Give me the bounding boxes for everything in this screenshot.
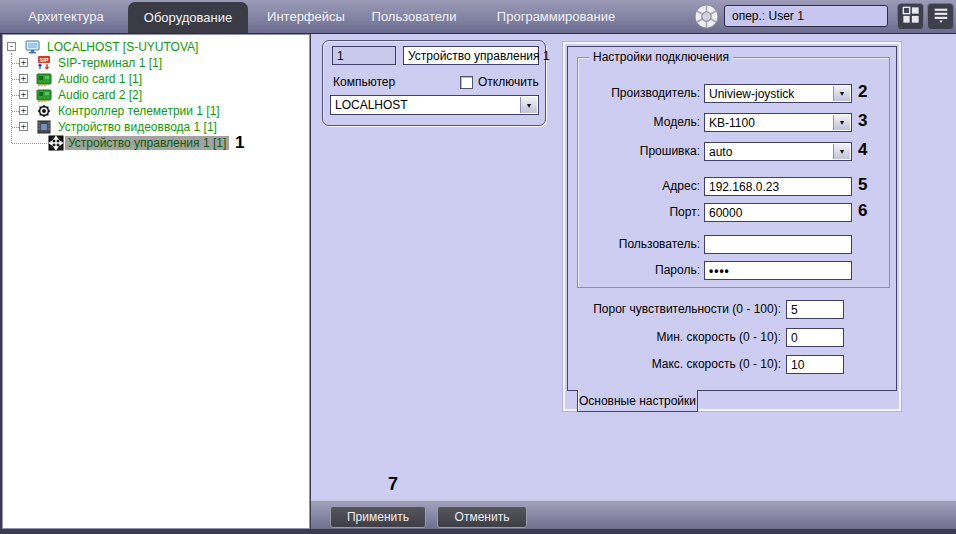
tree-connector (12, 79, 19, 80)
tree-expander[interactable]: + (19, 122, 28, 131)
object-id-value: 1 (337, 49, 344, 63)
tree-item-icon (25, 39, 41, 55)
tree-item-label[interactable]: Устройство видеоввода 1 [1] (55, 120, 220, 134)
operator-field[interactable]: опер.: User 1 (724, 5, 888, 27)
tree-item[interactable]: + Устройство видеоввода 1 [1] (3, 119, 309, 135)
connection-row: Адрес: 192.168.0.23 5 (578, 177, 889, 197)
field-value: auto (709, 145, 732, 159)
tree-item[interactable]: + Audio card 1 [1] (3, 71, 309, 87)
tree-connector (12, 63, 19, 64)
tree-connector (12, 95, 19, 96)
module-status-icon (694, 4, 719, 29)
field-value: 5 (791, 303, 798, 317)
topbar-tab[interactable]: Оборудование (128, 2, 248, 33)
field-label: Производитель: (578, 86, 700, 100)
topbar-tab[interactable]: Пользователи (352, 0, 476, 33)
annotation-number: 6 (858, 201, 867, 221)
tree-connector (12, 111, 19, 112)
topbar-tab[interactable]: Интерфейсы (252, 0, 360, 33)
layout-grid-icon (902, 6, 920, 28)
top-menu-bar: АрхитектураОборудованиеИнтерфейсыПользов… (0, 0, 956, 34)
tree-connector (12, 127, 19, 128)
object-name-value: Устройство управления 1 (408, 49, 550, 63)
field-input[interactable]: 10 (786, 355, 844, 374)
field-label: Порт: (578, 205, 700, 219)
dropdown-arrow-icon[interactable]: ▼ (833, 115, 850, 130)
window-bottom-edge (0, 529, 956, 534)
tree-item-icon (36, 71, 52, 87)
equipment-tree: - LOCALHOST [S-UYUTOVA] + SIP SIP-термин… (2, 34, 310, 529)
field-label: Модель: (578, 115, 700, 129)
tuning-fields: Порог чувствительности (0 - 100): 5 Мин.… (567, 290, 897, 390)
connection-row: Пароль: •••• (578, 261, 889, 281)
field-value: 10 (791, 358, 804, 372)
object-id-field[interactable]: 1 (332, 46, 396, 65)
connection-settings-title: Настройки подключения (589, 50, 733, 64)
tab-label: Пользователи (372, 9, 457, 24)
connection-row: Пользователь: (578, 235, 889, 255)
tree-item-label[interactable]: Устройство управления 1 [1] (65, 136, 229, 150)
field-value: 0 (791, 331, 798, 345)
tree-item-label[interactable]: SIP-терминал 1 [1] (55, 56, 165, 70)
tree-item-icon (36, 87, 52, 103)
field-label: Мин. скорость (0 - 10): (567, 330, 781, 344)
tree-expander[interactable]: + (19, 58, 28, 67)
annotation-number: 1 (235, 133, 244, 153)
tree-item-icon (36, 119, 52, 135)
computer-select[interactable]: LOCALHOST ▼ (330, 95, 539, 115)
tree-connector (12, 143, 47, 144)
tree-item[interactable]: Устройство управления 1 [1] 1 (3, 135, 309, 151)
tree-expander[interactable]: + (19, 90, 28, 99)
tab-main-settings[interactable]: Основные настройки (577, 390, 698, 412)
connection-row: Производитель: Uniview-joystick ▼ 2 (578, 84, 889, 104)
main-menu-button[interactable] (927, 3, 954, 30)
tree-item[interactable]: + Контроллер телеметрии 1 [1] (3, 103, 309, 119)
apply-button[interactable]: Применить (330, 506, 426, 528)
object-name-field[interactable]: Устройство управления 1 (403, 46, 539, 65)
computer-label: Компьютер (333, 75, 395, 89)
annotation-number: 2 (858, 82, 867, 102)
footer-bar: Применить Отменить (311, 500, 956, 530)
disable-checkbox[interactable] (460, 76, 473, 89)
tree-item-label[interactable]: LOCALHOST [S-UYUTOVA] (44, 40, 201, 54)
field-control[interactable] (704, 235, 852, 254)
connection-row: Модель: KB-1100 ▼ 3 (578, 113, 889, 133)
tree-expander[interactable]: - (7, 42, 16, 51)
field-label: Пароль: (578, 263, 700, 277)
tree-expander[interactable]: + (19, 106, 28, 115)
field-value: •••• (709, 264, 730, 278)
tree-item[interactable]: - LOCALHOST [S-UYUTOVA] (3, 39, 309, 55)
menu-lines-icon (932, 6, 950, 28)
tree-item-label[interactable]: Контроллер телеметрии 1 [1] (55, 104, 223, 118)
field-value: 60000 (709, 206, 742, 220)
field-value: Uniview-joystick (709, 87, 794, 101)
field-control[interactable]: Uniview-joystick ▼ (704, 84, 852, 103)
topbar-tab[interactable]: Архитектура (14, 0, 118, 33)
topbar-tab[interactable]: Программирование (478, 0, 634, 33)
cancel-button[interactable]: Отменить (437, 506, 527, 528)
dropdown-arrow-icon[interactable]: ▼ (520, 97, 537, 113)
field-control[interactable]: •••• (704, 261, 852, 280)
tree-item[interactable]: + SIP SIP-терминал 1 [1] (3, 55, 309, 71)
field-value: 192.168.0.23 (709, 180, 779, 194)
field-control[interactable]: KB-1100 ▼ (704, 113, 852, 132)
tab-label: Программирование (497, 9, 615, 24)
field-control[interactable]: 60000 (704, 203, 852, 222)
tree-item-label[interactable]: Audio card 2 [2] (55, 88, 145, 102)
tree-item[interactable]: + Audio card 2 [2] (3, 87, 309, 103)
dropdown-arrow-icon[interactable]: ▼ (833, 86, 850, 101)
field-input[interactable]: 5 (786, 300, 844, 319)
dropdown-arrow-icon[interactable]: ▼ (833, 144, 850, 159)
tree-expander[interactable]: + (19, 74, 28, 83)
field-control[interactable]: 192.168.0.23 (704, 177, 852, 196)
tree-item-label[interactable]: Audio card 1 [1] (55, 72, 145, 86)
tuning-row: Мин. скорость (0 - 10): 0 (567, 328, 897, 348)
field-control[interactable]: auto ▼ (704, 142, 852, 161)
connection-settings-group: Настройки подключения Производитель: Uni… (577, 57, 890, 288)
disable-label: Отключить (478, 75, 539, 89)
annotation-number: 3 (858, 111, 867, 131)
field-label: Пользователь: (578, 237, 700, 251)
connection-row: Прошивка: auto ▼ 4 (578, 142, 889, 162)
field-input[interactable]: 0 (786, 328, 844, 347)
layout-grid-button[interactable] (897, 3, 924, 30)
